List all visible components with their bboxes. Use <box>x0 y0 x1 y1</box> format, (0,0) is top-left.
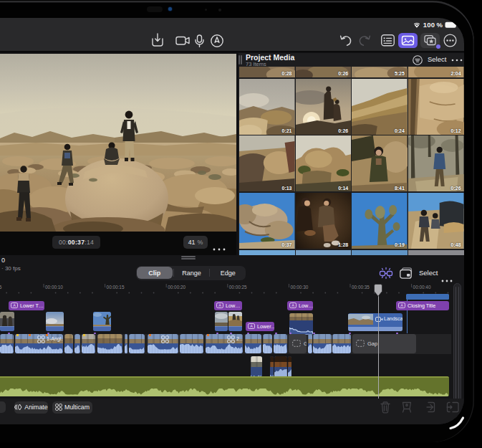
svg-text:A: A <box>250 324 253 328</box>
svg-text:00:00:30: 00:00:30 <box>290 285 308 290</box>
svg-text:00:00:05: 00:00:05 <box>0 285 2 290</box>
svg-text:A: A <box>218 303 221 308</box>
svg-text:A: A <box>400 303 403 308</box>
svg-text:00:00:35: 00:00:35 <box>352 285 370 290</box>
svg-text:00:00:15: 00:00:15 <box>107 285 125 290</box>
svg-text:A: A <box>13 303 16 308</box>
svg-text:00:00:10: 00:00:10 <box>45 285 63 290</box>
svg-text:00:00:25: 00:00:25 <box>229 285 247 290</box>
svg-text:00:00:40: 00:00:40 <box>413 285 431 290</box>
svg-text:A: A <box>291 303 294 308</box>
svg-text:00:00:20: 00:00:20 <box>168 285 185 290</box>
